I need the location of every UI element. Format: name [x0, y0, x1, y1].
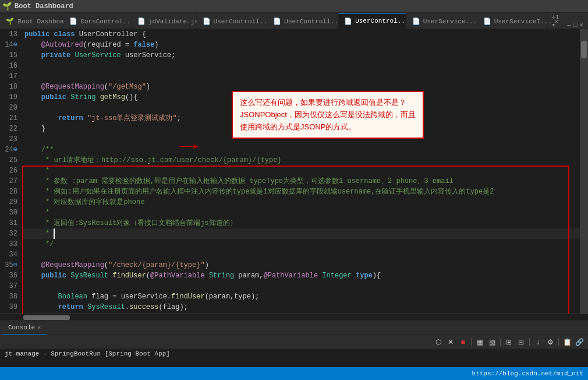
toolbar-btn-4[interactable]: ▦ [474, 337, 485, 347]
toolbar-btn-9[interactable]: ⚙ [545, 337, 555, 347]
toolbar-btn-6[interactable]: ⊞ [504, 337, 514, 347]
status-bar: https://blog.csdn.net/mid_nit [0, 367, 588, 380]
bottom-panel: Console ✕ ⬡ ✕ ■ ▦ ▧ ⊞ ⊟ ↓ ⚙ 📋 🔗 jt-manag… [0, 321, 588, 367]
code-line-33: */ [22, 239, 580, 249]
tab-overflow[interactable]: +1 ▾ [548, 14, 567, 29]
toolbar-btn-1[interactable]: ⬡ [433, 337, 444, 347]
tab-label: CorsControl... [80, 18, 134, 25]
code-line-26: * [22, 166, 580, 176]
app-title: Boot Dashboard [15, 2, 73, 10]
code-line-37 [22, 281, 580, 291]
tab-icon: 📄 [273, 17, 281, 25]
code-line-39: return SysResult.success(flag); [22, 302, 580, 312]
bottom-content: jt-manage - SpringBootRun [Spring Boot A… [0, 349, 588, 367]
tab-icon: 📄 [69, 17, 77, 25]
toolbar-btn-7[interactable]: ⊟ [516, 337, 526, 347]
overflow-count: +1 ▾ [551, 14, 564, 29]
toolbar-btn-5[interactable]: ▧ [487, 337, 497, 347]
tab-bar: 🌱 Boot Dashboard 📄 CorsControl... ✕ 📄 jd… [0, 13, 588, 29]
maximize-btn[interactable]: □ [573, 22, 578, 29]
code-line-14: @Autowired(required = false) [22, 40, 580, 50]
code-line-16 [22, 61, 580, 71]
toolbar-separator-2 [500, 338, 501, 346]
code-line-13: public class UserController { [22, 29, 580, 40]
tab-label: UserService.... [423, 18, 481, 25]
tab-user-service1[interactable]: 📄 UserService.... ✕ [406, 13, 477, 29]
tab-icon: 📄 [344, 17, 352, 25]
bottom-toolbar: ⬡ ✕ ■ ▦ ▧ ⊞ ⊟ ↓ ⚙ 📋 🔗 [0, 335, 588, 349]
code-line-40: } [22, 312, 580, 314]
toolbar-btn-10[interactable]: 📋 [562, 337, 572, 347]
tab-user-controller1[interactable]: 📄 UserControll... ✕ [197, 13, 268, 29]
code-line-17 [22, 71, 580, 82]
annotation-line2: JSONPObject，因为仅仅这么写是没法跨域的，而且 [240, 110, 416, 119]
toolbar-btn-3[interactable]: ■ [458, 337, 468, 347]
toolbar-separator-4 [558, 338, 559, 346]
tab-jd-validate[interactable]: 📄 jdValidate.js ✕ [132, 13, 197, 29]
annotation-line1: 这么写还有问题，如果要进行跨域返回值是不是？ [240, 98, 406, 107]
code-line-27: * 参数 :param 需要检验的数据,即是用户在输入框输入的数据 typeTy… [22, 176, 580, 187]
tab-boot-dashboard[interactable]: 🌱 Boot Dashboard [0, 13, 63, 29]
bottom-tab-bar: Console ✕ [0, 321, 588, 335]
horizontal-scrollbar-thumb[interactable] [23, 315, 70, 320]
app-icon: 🌱 [2, 2, 12, 11]
tab-label: jdValidate.js [148, 18, 199, 25]
tab-label: UserControll... [284, 18, 342, 25]
code-line-25: * url请求地址：http://sso.jt.com/user/check/{… [22, 155, 580, 166]
code-line-15: private UserService userService; [22, 50, 580, 61]
console-tab-label: Console [8, 324, 35, 331]
code-line-28: * 例如:用户如果在注册页面的用户名输入框中注入内容传的type就是1对应数据库… [22, 187, 580, 197]
toolbar-separator-3 [529, 338, 530, 346]
minimize-btn[interactable]: — [567, 22, 571, 29]
toolbar-btn-8[interactable]: ↓ [533, 337, 543, 347]
close-window-btn[interactable]: ✕ [579, 21, 583, 29]
annotation-line3: 使用跨域的方式是JSONP的方式。 [240, 122, 356, 131]
toolbar-btn-11[interactable]: 🔗 [574, 337, 585, 347]
console-output: jt-manage - SpringBootRun [Spring Boot A… [5, 350, 170, 357]
code-line-24: /** [22, 145, 580, 155]
code-line-30: * [22, 207, 580, 218]
scrollbar-thumb[interactable] [581, 41, 587, 58]
tab-label: UserControll... [214, 18, 271, 25]
tab-user-controller2[interactable]: 📄 UserControll... ✕ [267, 13, 338, 29]
horizontal-scrollbar[interactable] [0, 314, 588, 321]
tab-label: UserServiceI... [494, 18, 552, 25]
editor-container: 13 14⊖ 15 16 17 18 19 20 21 22 23 24⊖ 25… [0, 29, 588, 314]
annotation-arrow: → [179, 142, 199, 152]
tab-icon: 📄 [203, 17, 211, 25]
vertical-scrollbar[interactable] [580, 29, 588, 314]
code-line-31: * 返回值:SysResult对象（看接口文档结合前端js知道的） [22, 218, 580, 228]
title-bar: 🌱 Boot Dashboard [0, 0, 588, 13]
code-line-35: @RequestMapping("/check/{param}/{type}") [22, 260, 580, 270]
tab-label: UserControl... [355, 17, 409, 24]
tab-icon: 📄 [483, 17, 491, 25]
code-line-38: Boolean flag = userService.findUser(para… [22, 291, 580, 302]
tab-cors-controller[interactable]: 📄 CorsControl... ✕ [63, 13, 132, 29]
tab-icon: 📄 [137, 17, 146, 25]
toolbar-separator-1 [471, 338, 472, 346]
console-tab-close[interactable]: ✕ [37, 324, 41, 331]
tab-label: 🌱 Boot Dashboard [6, 17, 72, 25]
cursor [54, 228, 55, 239]
annotation-box: 这么写还有问题，如果要进行跨域返回值是不是？ JSONPObject，因为仅仅这… [232, 91, 424, 139]
tab-user-service2[interactable]: 📄 UserServiceI... ✕ [477, 13, 548, 29]
tab-icon: 📄 [412, 17, 420, 25]
tab-user-controller3[interactable]: 📄 UserControl... ✕ [338, 13, 406, 29]
code-area[interactable]: → 这么写还有问题，如果要进行跨域返回值是不是？ JSONPObject，因为仅… [22, 29, 580, 314]
code-line-29: * 对应数据库的字段就是phone [22, 197, 580, 207]
toolbar-btn-2[interactable]: ✕ [445, 337, 456, 347]
status-url: https://blog.csdn.net/mid_nit [472, 370, 583, 377]
code-line-32: * [22, 228, 580, 239]
code-line-36: public SysResult findUser(@PathVariable … [22, 270, 580, 281]
line-numbers: 13 14⊖ 15 16 17 18 19 20 21 22 23 24⊖ 25… [0, 29, 22, 314]
code-line-34 [22, 249, 580, 260]
console-tab[interactable]: Console ✕ [2, 322, 47, 335]
